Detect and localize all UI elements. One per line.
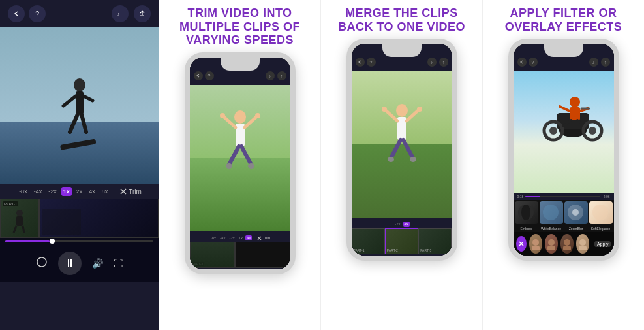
p2-back-icon[interactable] [194,71,203,80]
speed-btn-minus8[interactable]: -8x [17,187,29,196]
svg-rect-45 [570,107,580,120]
panel2-video [190,85,290,231]
trim-label: Trim [129,188,142,195]
p3-clip-label-3: PART-3 [420,248,450,252]
panel4-filter-row [514,200,614,225]
pause-button[interactable]: ⏸ [58,252,82,275]
panel2-screen: ? ♪ ↑ [190,58,290,269]
p3-clip-2[interactable]: PART-2 [385,228,418,254]
clip-thumb-1[interactable]: PART-1 [0,199,39,238]
p2-clip-1[interactable]: PART-1 [190,242,235,268]
filter-thumb-4[interactable] [589,201,613,224]
clip-thumb-2[interactable] [39,199,159,238]
svg-line-13 [23,226,24,233]
panel2-speed-row: -8x -4x -2x 1x 4x Trim [190,234,290,242]
skier-figure [50,73,109,165]
svg-point-32 [382,107,387,112]
panel1-speed-row: -8x -4x -2x 1x 2x 4x 8x Trim [0,184,159,199]
p4-music-icon[interactable]: ♪ [589,58,598,67]
filter-name-3: ZoomBlur [564,227,588,231]
panel2-content: TRIM VIDEO INTO MULTIPLE CLIPS OF VARYIN… [164,7,315,274]
p3-music-icon[interactable]: ♪ [427,58,437,67]
face-thumb-4 [576,234,589,254]
panel3-phone: ? ♪ ↑ [346,39,457,261]
svg-point-21 [255,113,260,118]
volume-button[interactable]: 🔊 [92,258,103,269]
svg-line-12 [14,226,16,233]
help-button[interactable]: ? [29,5,46,22]
svg-line-19 [245,116,258,127]
p2-speed-1x[interactable]: 1x [238,235,244,240]
p3-speed-m2x[interactable]: -2x [393,222,401,227]
svg-point-44 [570,97,580,107]
panel4-content: APPLY FILTER OR OVERLAY EFFECTS ? ♪ ↑ [488,7,639,261]
panel1-video [0,27,159,184]
svg-line-6 [82,114,86,132]
svg-rect-14 [42,209,81,235]
p4-time-total: -2:06 [602,195,609,199]
filter-thumb-3[interactable] [564,201,588,224]
fullscreen-button[interactable]: ⛶ [114,258,123,269]
p4-progress-bar[interactable] [525,196,600,197]
panel2-notch [221,58,260,71]
filter-name-2: WhiteBalance [540,227,563,231]
speed-btn-2x[interactable]: 2x [74,187,85,196]
scrubber-bar[interactable] [5,240,153,242]
p3-share-icon[interactable]: ↑ [439,58,448,67]
p2-share-icon[interactable]: ↑ [277,71,286,80]
panel-3: MERGE THE CLIPS BACK TO ONE VIDEO ? ♪ ↑ [320,0,482,330]
svg-line-46 [560,107,570,111]
back-button[interactable] [8,5,25,22]
music-button[interactable]: ♪ [112,5,129,22]
p4-share-icon[interactable]: ↑ [601,58,610,67]
trim-button[interactable]: Trim [120,188,142,195]
svg-point-15 [37,257,46,267]
p3-back-icon[interactable] [356,58,365,67]
panel4-heading: APPLY FILTER OR OVERLAY EFFECTS [488,7,639,33]
scrubber-handle[interactable] [50,239,55,244]
p3-clip-1[interactable]: PART-1 [352,228,385,254]
p3-clip-3[interactable]: PART-3 [418,228,452,254]
panel3-content: MERGE THE CLIPS BACK TO ONE VIDEO ? ♪ ↑ [326,7,477,261]
p4-help-icon[interactable]: ? [529,58,538,67]
panel2-heading: TRIM VIDEO INTO MULTIPLE CLIPS OF VARYIN… [164,7,315,47]
speed-btn-8x[interactable]: 8x [100,187,110,196]
p3-speed-4x[interactable]: 4x [403,222,410,227]
loop-button[interactable] [36,256,48,271]
p2-help-icon[interactable]: ? [205,71,214,80]
svg-line-30 [384,109,397,121]
panel1-controls: ⏸ 🔊 ⛶ [0,245,159,282]
apply-button[interactable]: Apply [594,241,611,247]
panel4-filter-labels: Emboss WhiteBalance ZoomBlur SoftEleganc… [514,225,614,232]
share-button[interactable] [134,5,151,22]
p2-music-icon[interactable]: ♪ [266,71,275,80]
svg-rect-62 [547,246,555,250]
svg-point-63 [564,239,570,246]
svg-point-25 [248,163,254,169]
panel-2: TRIM VIDEO INTO MULTIPLE CLIPS OF VARYIN… [159,0,320,330]
svg-rect-11 [16,216,23,226]
filter-thumb-1[interactable] [515,201,538,224]
speed-btn-minus4[interactable]: -4x [32,187,44,196]
speed-btn-minus2[interactable]: -2x [46,187,59,196]
svg-text:♪: ♪ [117,11,120,17]
svg-line-5 [70,114,78,132]
speed-btn-1x[interactable]: 1x [61,187,72,196]
panel3-screen: ? ♪ ↑ [352,44,452,256]
svg-point-56 [592,205,608,220]
p2-speed-m8x[interactable]: -8x [209,235,217,240]
p3-help-icon[interactable]: ? [367,58,376,67]
p3-action-icons: ♪ ↑ [427,58,448,67]
p4-back-icon[interactable] [517,58,527,67]
svg-point-28 [396,104,408,117]
p2-trim-btn[interactable]: Trim [257,236,270,240]
filter-thumb-2[interactable] [540,201,563,224]
p2-speed-m2x[interactable]: -2x [228,235,236,240]
speed-btn-4x[interactable]: 4x [87,187,97,196]
filter-name-1: Emboss [515,227,538,231]
p2-speed-4x[interactable]: 4x [245,235,252,240]
cancel-overlay-btn[interactable] [516,236,527,252]
p3-jumper-figure [379,103,425,181]
svg-point-20 [220,113,225,118]
p2-speed-m4x[interactable]: -4x [219,235,226,240]
